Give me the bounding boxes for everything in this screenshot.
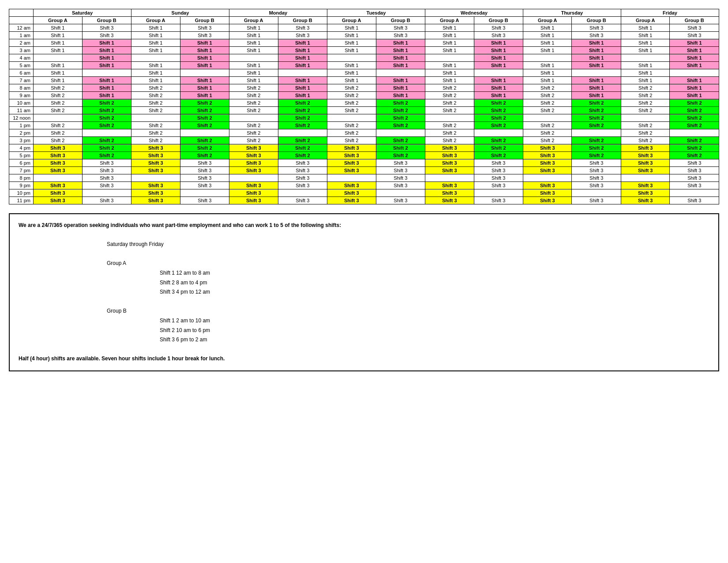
schedule-cell: Shift 3 [523, 144, 572, 152]
schedule-cell: Shift 1 [523, 69, 572, 77]
schedule-cell [34, 174, 83, 182]
schedule-cell: Shift 1 [376, 54, 425, 62]
schedule-cell: Shift 2 [670, 99, 719, 107]
monday-header: Monday [229, 9, 327, 17]
schedule-cell [376, 129, 425, 137]
schedule-cell: Shift 1 [82, 39, 131, 47]
schedule-cell: Shift 1 [425, 24, 474, 32]
schedule-cell [474, 69, 523, 77]
schedule-cell: Shift 3 [425, 167, 474, 174]
sat-groupb-header: Group B [82, 17, 131, 24]
schedule-cell: Shift 1 [34, 39, 83, 47]
schedule-cell: Shift 1 [34, 32, 83, 39]
schedule-cell: Shift 3 [474, 182, 523, 189]
schedule-cell: Shift 2 [572, 99, 621, 107]
schedule-cell [327, 54, 376, 62]
time-cell: 5 pm [9, 152, 34, 159]
schedule-cell: Shift 3 [327, 144, 376, 152]
schedule-cell: Shift 2 [34, 99, 83, 107]
schedule-cell: Shift 3 [34, 197, 83, 204]
schedule-cell: Shift 3 [180, 197, 229, 204]
time-cell: 8 pm [9, 174, 34, 182]
time-cell: 7 am [9, 77, 34, 84]
schedule-cell: Shift 2 [229, 122, 278, 129]
schedule-cell: Shift 2 [327, 84, 376, 92]
schedule-cell: Shift 3 [180, 174, 229, 182]
schedule-cell: Shift 3 [34, 167, 83, 174]
schedule-cell [621, 114, 670, 122]
schedule-cell: Shift 3 [327, 182, 376, 189]
schedule-cell: Shift 3 [425, 152, 474, 159]
time-cell: 9 pm [9, 182, 34, 189]
schedule-cell: Shift 1 [474, 92, 523, 99]
schedule-cell: Shift 3 [425, 189, 474, 197]
schedule-cell: Shift 3 [180, 24, 229, 32]
schedule-cell: Shift 3 [131, 182, 180, 189]
schedule-cell: Shift 1 [523, 24, 572, 32]
schedule-cell: Shift 2 [376, 99, 425, 107]
schedule-cell [180, 129, 229, 137]
schedule-cell: Shift 1 [131, 47, 180, 54]
schedule-cell: Shift 3 [82, 174, 131, 182]
schedule-cell: Shift 3 [278, 167, 327, 174]
schedule-cell: Shift 1 [670, 39, 719, 47]
schedule-cell [229, 174, 278, 182]
schedule-cell: Shift 1 [474, 47, 523, 54]
schedule-cell: Shift 3 [621, 144, 670, 152]
schedule-cell: Shift 3 [180, 167, 229, 174]
schedule-cell: Shift 1 [621, 39, 670, 47]
schedule-cell: Shift 2 [131, 107, 180, 114]
schedule-cell: Shift 3 [229, 167, 278, 174]
time-cell: 4 am [9, 54, 34, 62]
schedule-cell: Shift 2 [82, 144, 131, 152]
info-box: We are a 24/7/365 operation seeking indi… [9, 213, 719, 371]
schedule-cell: Shift 3 [425, 197, 474, 204]
schedule-cell [425, 174, 474, 182]
schedule-cell: Shift 2 [621, 107, 670, 114]
wed-groupb-header: Group B [474, 17, 523, 24]
wed-groupa-header: Group A [425, 17, 474, 24]
time-cell: 2 am [9, 39, 34, 47]
schedule-cell: Shift 1 [572, 77, 621, 84]
schedule-cell: Shift 1 [131, 39, 180, 47]
schedule-cell [572, 189, 621, 197]
schedule-cell: Shift 1 [425, 47, 474, 54]
schedule-cell: Shift 2 [376, 144, 425, 152]
schedule-cell: Shift 3 [572, 197, 621, 204]
schedule-cell: Shift 2 [131, 92, 180, 99]
schedule-cell: Shift 3 [670, 197, 719, 204]
time-cell: 7 pm [9, 167, 34, 174]
schedule-cell [82, 129, 131, 137]
schedule-cell: Shift 2 [278, 137, 327, 144]
schedule-cell: Shift 1 [82, 54, 131, 62]
schedule-cell [572, 129, 621, 137]
schedule-cell: Shift 2 [131, 99, 180, 107]
schedule-cell: Shift 1 [229, 24, 278, 32]
schedule-cell: Shift 3 [229, 197, 278, 204]
schedule-cell: Shift 2 [474, 137, 523, 144]
schedule-cell: Shift 3 [376, 174, 425, 182]
schedule-cell: Shift 2 [474, 144, 523, 152]
schedule-cell: Shift 3 [376, 182, 425, 189]
schedule-cell: Shift 3 [131, 197, 180, 204]
schedule-cell [670, 129, 719, 137]
schedule-cell: Shift 3 [523, 189, 572, 197]
schedule-cell: Shift 1 [180, 84, 229, 92]
schedule-cell: Shift 3 [670, 174, 719, 182]
schedule-cell: Shift 3 [376, 167, 425, 174]
mon-groupb-header: Group B [278, 17, 327, 24]
schedule-cell: Shift 3 [229, 159, 278, 167]
schedule-cell: Shift 1 [670, 92, 719, 99]
schedule-cell [278, 189, 327, 197]
schedule-cell: Shift 3 [131, 189, 180, 197]
schedule-cell: Shift 1 [229, 47, 278, 54]
schedule-cell: Shift 2 [425, 129, 474, 137]
schedule-cell: Shift 1 [376, 84, 425, 92]
sun-groupa-header: Group A [131, 17, 180, 24]
schedule-cell: Shift 1 [82, 62, 131, 69]
schedule-cell: Shift 2 [34, 122, 83, 129]
schedule-cell: Shift 1 [180, 62, 229, 69]
schedule-cell: Shift 3 [278, 32, 327, 39]
schedule-cell: Shift 3 [376, 197, 425, 204]
schedule-cell [523, 174, 572, 182]
